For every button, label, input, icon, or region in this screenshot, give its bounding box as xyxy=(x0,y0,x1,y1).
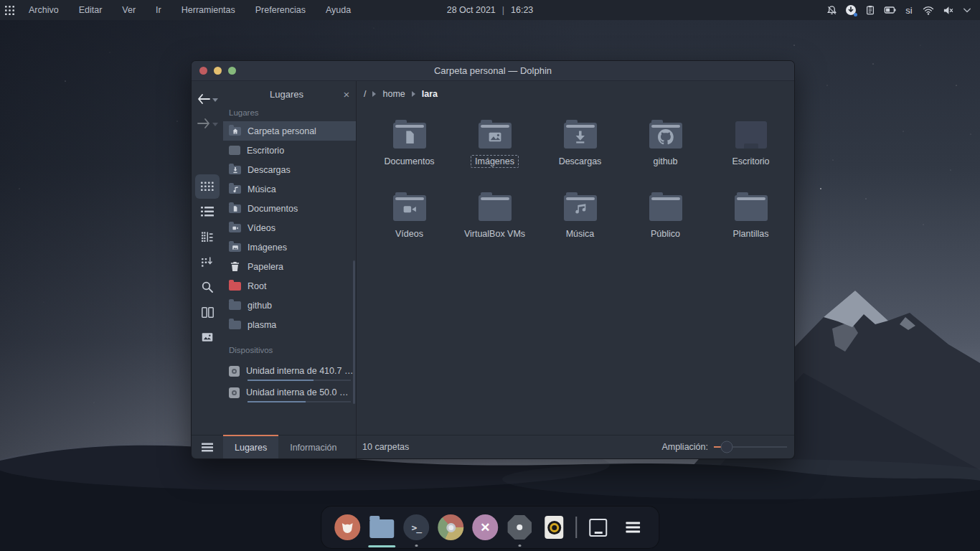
panel-scrollbar[interactable] xyxy=(353,260,355,404)
dock-item-file-manager[interactable] xyxy=(364,506,399,549)
menu-hamburger-icon xyxy=(202,443,213,452)
zoom-slider-knob[interactable] xyxy=(721,441,733,453)
device-item-unidad-interna-de-410-7[interactable]: Unidad interna de 410.7 … xyxy=(223,362,356,383)
active-app-indicator xyxy=(368,545,395,548)
place-item-ima-genes[interactable]: Imágenes xyxy=(223,237,356,257)
volume-icon xyxy=(943,5,953,16)
clock[interactable]: 28 Oct 2021 | 16:23 xyxy=(447,5,534,15)
window-title: Carpeta personal — Dolphin xyxy=(192,65,794,76)
preview-button[interactable] xyxy=(195,325,220,349)
panel-tab-informacio-n[interactable]: Información xyxy=(278,435,348,458)
dock-item-code-editor[interactable]: ✕ xyxy=(468,506,502,549)
dock-item-settings[interactable] xyxy=(502,506,537,549)
back-history-caret-icon[interactable] xyxy=(212,98,218,102)
notifications-bell-icon xyxy=(826,5,837,16)
plain-folder-icon xyxy=(229,321,241,329)
zoom-slider[interactable] xyxy=(714,446,787,448)
place-label: Escritorio xyxy=(247,146,284,156)
tray-expand-chevron-icon[interactable] xyxy=(960,0,974,20)
dock-item-app-menu[interactable] xyxy=(616,506,650,549)
updates-icon[interactable] xyxy=(844,0,858,20)
clipboard-icon[interactable] xyxy=(863,0,877,20)
breadcrumb-segment-home[interactable]: home xyxy=(382,89,405,99)
place-item-papelera[interactable]: Papelera xyxy=(223,257,356,276)
breadcrumb-segment-lara[interactable]: lara xyxy=(422,89,438,99)
icons-view-icon xyxy=(201,182,214,192)
dock-item-firefox[interactable] xyxy=(330,506,364,549)
place-label: github xyxy=(248,301,272,311)
place-item-root[interactable]: Root xyxy=(223,276,356,296)
folder-item-github[interactable]: github xyxy=(623,116,708,188)
panel-tab-lugares[interactable]: Lugares xyxy=(223,435,278,458)
back-button[interactable] xyxy=(197,88,218,110)
list-view-button[interactable] xyxy=(195,199,220,224)
dock-divider xyxy=(575,517,577,538)
place-item-documentos[interactable]: Documentos xyxy=(223,199,356,218)
folder-item-escritorio[interactable]: Escritorio xyxy=(708,116,793,188)
menubar-menu-archivo[interactable]: Archivo xyxy=(19,0,69,20)
folder-item-vi-deos[interactable]: Vídeos xyxy=(367,188,452,260)
plain-folder-icon xyxy=(229,301,241,310)
details-view-button[interactable] xyxy=(195,225,220,249)
folder-icon xyxy=(564,192,597,221)
panel-menu-button[interactable] xyxy=(195,435,220,459)
menubar-menu-herramientas[interactable]: Herramientas xyxy=(171,0,245,20)
folder-icon xyxy=(735,192,768,221)
battery-icon[interactable] xyxy=(882,0,897,20)
place-item-mu-sica[interactable]: Música xyxy=(223,179,356,199)
menubar-menu-ver[interactable]: Ver xyxy=(112,0,146,20)
forward-arrow-icon xyxy=(197,118,210,128)
place-label: Vídeos xyxy=(248,223,275,233)
panel-close-icon[interactable]: × xyxy=(337,88,356,100)
app-grid-icon[interactable] xyxy=(0,0,19,20)
icons-view-button[interactable] xyxy=(195,174,220,199)
videos-folder-icon xyxy=(229,224,241,232)
running-app-indicator xyxy=(415,545,418,547)
folder-view[interactable]: DocumentosImágenesDescargasgithubEscrito… xyxy=(357,107,794,435)
folder-item-mu-sica[interactable]: Música xyxy=(537,188,623,260)
dock-item-media-player[interactable] xyxy=(537,506,571,549)
place-item-plasma[interactable]: plasma xyxy=(223,315,356,334)
place-label: Carpeta personal xyxy=(248,126,316,136)
folder-icon xyxy=(649,192,682,221)
menubar-menu-preferencias[interactable]: Preferencias xyxy=(245,0,316,20)
dock-item-show-desktop[interactable] xyxy=(581,506,616,549)
place-item-carpeta-personal[interactable]: Carpeta personal xyxy=(223,121,356,141)
keyboard-layout-indicator[interactable]: si xyxy=(902,0,916,20)
sort-button[interactable] xyxy=(195,250,220,274)
folder-item-virtualbox-vms[interactable]: VirtualBox VMs xyxy=(452,188,537,260)
folder-item-descargas[interactable]: Descargas xyxy=(537,116,623,188)
place-item-descargas[interactable]: Descargas xyxy=(223,160,356,179)
documents-folder-icon xyxy=(229,204,241,213)
place-label: plasma xyxy=(248,320,276,330)
media-player-icon xyxy=(545,516,563,539)
menubar-menus: ArchivoEditarVerIrHerramientasPreferenci… xyxy=(19,0,361,20)
folder-item-plantillas[interactable]: Plantillas xyxy=(708,188,793,260)
wifi-icon[interactable] xyxy=(921,0,936,20)
code-editor-icon: ✕ xyxy=(472,514,498,540)
place-item-github[interactable]: github xyxy=(223,296,356,315)
folder-item-ima-genes[interactable]: Imágenes xyxy=(452,116,537,188)
place-label: Música xyxy=(248,184,276,194)
forward-button[interactable] xyxy=(197,113,218,134)
folder-label: Vídeos xyxy=(391,227,428,240)
forward-history-caret-icon[interactable] xyxy=(212,123,218,126)
dock-item-terminal[interactable]: >_ xyxy=(399,506,433,549)
device-capacity-bar xyxy=(248,401,351,402)
search-button[interactable] xyxy=(195,275,220,299)
device-item-unidad-interna-de-50-0[interactable]: Unidad interna de 50.0 … xyxy=(223,383,356,405)
split-view-button[interactable] xyxy=(195,300,220,324)
dock-item-chromium[interactable] xyxy=(433,506,468,549)
folder-item-pu-blico[interactable]: Público xyxy=(623,188,708,260)
volume-icon[interactable] xyxy=(941,0,955,20)
notifications-bell-icon[interactable] xyxy=(824,0,839,20)
menubar-menu-ir[interactable]: Ir xyxy=(146,0,171,20)
place-item-vi-deos[interactable]: Vídeos xyxy=(223,218,356,237)
menubar-menu-editar[interactable]: Editar xyxy=(69,0,113,20)
breadcrumb-root[interactable]: / xyxy=(364,89,366,99)
folder-item-documentos[interactable]: Documentos xyxy=(367,116,452,188)
menubar-menu-ayuda[interactable]: Ayuda xyxy=(316,0,361,20)
folder-label: Escritorio xyxy=(727,155,773,168)
place-item-escritorio[interactable]: Escritorio xyxy=(223,141,356,160)
titlebar[interactable]: Carpeta personal — Dolphin xyxy=(192,61,794,81)
